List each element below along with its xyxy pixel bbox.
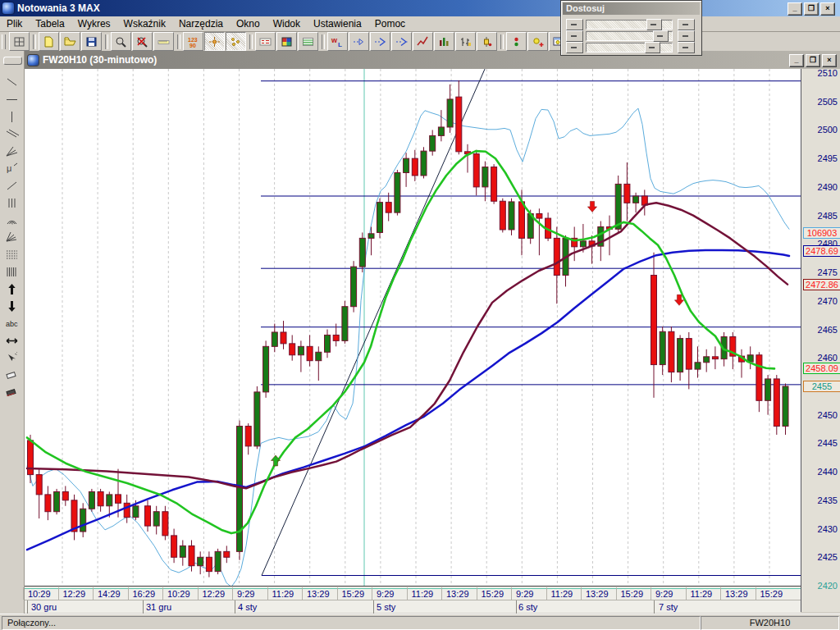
price-scale-numbers-button[interactable]: 12390 [183, 32, 203, 51]
candle-body [482, 167, 488, 187]
menu-item-wykres[interactable]: Wykres [71, 16, 117, 31]
dashed-arrow-2-button[interactable] [370, 32, 390, 51]
tool-arrow-horizontal-tool[interactable] [2, 331, 21, 349]
tool-line-down[interactable] [2, 73, 21, 90]
quotes-table-button[interactable] [255, 32, 276, 51]
time-label: 11:29 [412, 589, 434, 599]
zoom-button[interactable] [111, 32, 131, 51]
close-button[interactable]: × [820, 2, 835, 16]
chart-plot-area[interactable] [25, 69, 801, 586]
slider-thumb[interactable] [645, 42, 660, 53]
measure-ruler-button[interactable] [153, 32, 174, 51]
new-chart-button[interactable] [39, 32, 59, 51]
time-tick [477, 587, 477, 600]
tool-pitchfork[interactable]: μ [2, 159, 21, 176]
candle-body [500, 201, 505, 230]
adjust-slider-row [566, 42, 696, 52]
restore-button[interactable]: ❐ [804, 2, 819, 16]
candle-body [333, 335, 339, 340]
menu-item-okno[interactable]: Okno [230, 16, 267, 31]
line-chart-type-button[interactable] [413, 32, 433, 51]
slider-left-button[interactable] [566, 19, 583, 30]
menu-item-pomoc[interactable]: Pomoc [368, 16, 412, 31]
tool-arrow-up-tool[interactable] [2, 280, 21, 297]
chart-window-title-bar[interactable]: FW20H10 (30-minutowo) _ ❐ × [25, 51, 840, 69]
tool-eraser-dark-tool[interactable] [2, 383, 21, 400]
mosaic-windows-button[interactable] [276, 32, 297, 51]
slider-thumb[interactable] [646, 19, 662, 30]
candle-body [198, 557, 203, 565]
date-label: 30 gru [31, 602, 57, 612]
tool-pointer-star-tool[interactable] [2, 349, 21, 366]
tile-windows-button[interactable] [9, 32, 30, 51]
tool-line-vertical[interactable] [2, 107, 21, 125]
tool-line-up[interactable] [2, 176, 21, 194]
dashed-arrow-1-button[interactable] [349, 32, 369, 51]
svg-text:L: L [338, 41, 342, 48]
tool-text-tool[interactable]: abc [2, 314, 21, 331]
candle-body [215, 551, 221, 571]
adjust-dialog-title-bar[interactable]: Dostosuj [563, 2, 700, 15]
ohlc-chart-type-button[interactable] [455, 32, 476, 51]
crosshair-mode-button[interactable] [204, 32, 225, 51]
menu-item-plik[interactable]: Plik [0, 16, 29, 31]
slider-right-button[interactable] [678, 42, 695, 53]
svg-text:μ: μ [7, 163, 11, 173]
menu-item-widok[interactable]: Widok [267, 16, 307, 31]
candle-body [554, 238, 559, 275]
menu-item-wskaźnik[interactable]: Wskaźnik [117, 16, 172, 31]
histogram-chart-type-button[interactable] [434, 32, 454, 51]
svg-text:123: 123 [188, 37, 198, 43]
time-label: 12:29 [63, 589, 86, 599]
candle-body [386, 203, 391, 213]
candle-body [651, 276, 657, 365]
drawing-toolbar-grip[interactable] [3, 57, 22, 65]
price-tick-label: 2485 [805, 211, 838, 221]
candle-body [62, 491, 68, 500]
chart-minimize-button[interactable]: _ [789, 54, 804, 67]
add-indicator-circle-button[interactable] [527, 32, 548, 51]
data-points-mode-button[interactable] [226, 32, 246, 51]
candle-body [624, 184, 630, 203]
save-chart-button[interactable] [81, 32, 102, 51]
tool-fan-lines[interactable] [2, 142, 21, 159]
open-chart-button[interactable] [60, 32, 80, 51]
slider-thumb[interactable] [653, 30, 669, 42]
candlestick-chart-type-button[interactable] [477, 32, 497, 51]
tool-eraser-tool[interactable] [2, 366, 21, 383]
candle-body [124, 503, 130, 517]
toolbar-grip[interactable] [2, 34, 6, 49]
minimize-button[interactable]: _ [788, 2, 802, 16]
tool-fib-retracement[interactable] [2, 245, 21, 262]
slider-left-button[interactable] [566, 30, 583, 42]
tool-line-horizontal[interactable] [2, 90, 21, 107]
zoom-reset-button[interactable] [132, 32, 153, 51]
menu-item-tabela[interactable]: Tabela [29, 16, 71, 31]
candle-body [162, 512, 168, 536]
wl-letters-button[interactable]: wL [327, 32, 348, 51]
tool-arcs[interactable] [2, 211, 21, 228]
dashed-arrow-3-button[interactable] [391, 32, 412, 51]
chart-window-title: FW20H10 (30-minutowo) [43, 54, 157, 66]
time-label: 9:29 [377, 589, 394, 599]
slider-right-button[interactable] [678, 30, 695, 42]
slider-left-button[interactable] [566, 42, 583, 53]
tool-arrow-down-tool[interactable] [2, 297, 21, 314]
grid-lines-button[interactable] [298, 32, 318, 51]
chart-restore-button[interactable]: ❐ [806, 54, 820, 67]
tool-three-vertical-lines[interactable] [2, 194, 21, 211]
candle-body [686, 339, 692, 370]
candle-body [298, 346, 304, 354]
bicolor-dots-button[interactable] [506, 32, 527, 51]
chart-close-button[interactable]: × [822, 54, 837, 67]
slider-right-button[interactable] [678, 19, 695, 30]
menu-item-narzędzia[interactable]: Narzędzia [172, 16, 230, 31]
price-tick-label: 2435 [805, 495, 838, 505]
price-axis[interactable]: 2510250525002495249024852480247524702465… [801, 69, 840, 612]
adjust-dialog[interactable]: Dostosuj [560, 0, 702, 56]
menu-item-ustawienia[interactable]: Ustawienia [307, 16, 368, 31]
tool-dense-vertical-lines[interactable] [2, 262, 21, 280]
time-axis[interactable]: 10:2912:2914:2916:2910:2912:299:2911:291… [25, 586, 801, 613]
tool-gann-rays[interactable] [2, 228, 21, 245]
tool-parallel-lines[interactable] [2, 125, 21, 142]
